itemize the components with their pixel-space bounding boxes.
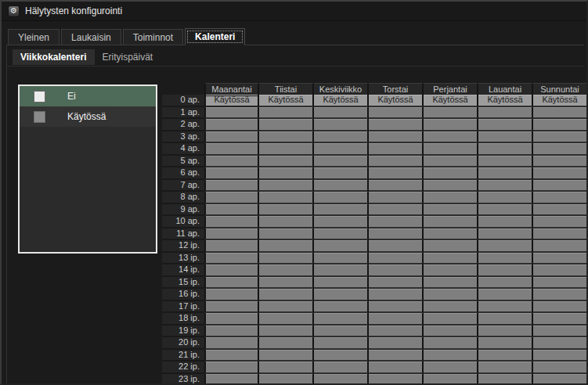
calendar-cell-lauantai-5-ap-[interactable] — [478, 156, 533, 168]
calendar-cell-maanantai-20-ip-[interactable] — [204, 337, 259, 350]
calendar-cell-keskiviikko-13-ip-[interactable] — [314, 253, 369, 265]
calendar-cell-maanantai-0-ap-[interactable]: Käytössä — [204, 95, 259, 107]
calendar-cell-torstai-3-ap-[interactable] — [369, 131, 424, 144]
calendar-cell-perjantai-22-ip-[interactable] — [424, 362, 478, 374]
calendar-cell-keskiviikko-22-ip-[interactable] — [314, 362, 369, 374]
calendar-cell-keskiviikko-6-ap-[interactable] — [314, 167, 369, 180]
calendar-cell-perjantai-3-ap-[interactable] — [424, 131, 478, 144]
calendar-cell-sunnuntai-15-ip-[interactable] — [533, 277, 588, 290]
calendar-cell-torstai-16-ip-[interactable] — [369, 289, 424, 301]
calendar-cell-tiistai-20-ip-[interactable] — [259, 337, 314, 350]
calendar-cell-torstai-22-ip-[interactable] — [369, 362, 424, 374]
calendar-cell-tiistai-23-ip-[interactable] — [259, 374, 314, 385]
calendar-cell-lauantai-22-ip-[interactable] — [478, 362, 533, 374]
calendar-cell-torstai-0-ap-[interactable]: Käytössä — [369, 95, 424, 107]
calendar-cell-tiistai-0-ap-[interactable]: Käytössä — [259, 95, 314, 107]
calendar-cell-tiistai-19-ip-[interactable] — [259, 326, 314, 338]
calendar-cell-maanantai-18-ip-[interactable] — [204, 313, 259, 326]
calendar-cell-perjantai-2-ap-[interactable] — [424, 119, 478, 131]
calendar-cell-keskiviikko-15-ip-[interactable] — [314, 277, 369, 290]
calendar-cell-maanantai-12-ip-[interactable] — [204, 240, 259, 253]
calendar-cell-perjantai-11-ap-[interactable] — [424, 228, 478, 241]
calendar-cell-perjantai-18-ip-[interactable] — [424, 313, 478, 326]
tab-laukaisin[interactable]: Laukaisin — [61, 29, 121, 45]
calendar-cell-keskiviikko-2-ap-[interactable] — [314, 119, 369, 131]
calendar-cell-perjantai-0-ap-[interactable]: Käytössä — [424, 95, 478, 107]
calendar-cell-maanantai-11-ap-[interactable] — [204, 228, 259, 241]
calendar-cell-sunnuntai-2-ap-[interactable] — [533, 119, 588, 131]
tab-kalenteri[interactable]: Kalenteri — [185, 28, 245, 45]
calendar-cell-keskiviikko-12-ip-[interactable] — [314, 240, 369, 253]
calendar-cell-keskiviikko-10-ap-[interactable] — [314, 216, 369, 228]
calendar-cell-keskiviikko-1-ap-[interactable] — [314, 107, 369, 120]
calendar-cell-lauantai-14-ip-[interactable] — [478, 264, 533, 277]
calendar-cell-tiistai-14-ip-[interactable] — [259, 264, 314, 277]
calendar-cell-maanantai-7-ap-[interactable] — [204, 180, 259, 192]
calendar-cell-maanantai-14-ip-[interactable] — [204, 264, 259, 277]
calendar-cell-maanantai-2-ap-[interactable] — [204, 119, 259, 131]
calendar-cell-perjantai-16-ip-[interactable] — [424, 289, 478, 301]
calendar-cell-lauantai-18-ip-[interactable] — [478, 313, 533, 326]
calendar-cell-keskiviikko-18-ip-[interactable] — [314, 313, 369, 326]
tab-yleinen[interactable]: Yleinen — [8, 29, 60, 45]
calendar-cell-perjantai-7-ap-[interactable] — [424, 180, 478, 192]
calendar-cell-sunnuntai-20-ip-[interactable] — [533, 337, 588, 350]
calendar-cell-tiistai-18-ip-[interactable] — [259, 313, 314, 326]
calendar-cell-sunnuntai-0-ap-[interactable]: Käytössä — [533, 95, 588, 107]
calendar-cell-lauantai-0-ap-[interactable]: Käytössä — [478, 95, 533, 107]
calendar-cell-perjantai-17-ip-[interactable] — [424, 301, 478, 314]
calendar-cell-perjantai-9-ap-[interactable] — [424, 204, 478, 217]
calendar-cell-sunnuntai-5-ap-[interactable] — [533, 156, 588, 168]
calendar-cell-maanantai-8-ap-[interactable] — [204, 192, 259, 204]
subtab-viikkokalenteri[interactable]: Viikkokalenteri — [13, 49, 95, 65]
calendar-cell-keskiviikko-3-ap-[interactable] — [314, 131, 369, 144]
calendar-cell-sunnuntai-6-ap-[interactable] — [533, 167, 588, 180]
calendar-cell-sunnuntai-23-ip-[interactable] — [533, 374, 588, 385]
calendar-cell-lauantai-11-ap-[interactable] — [478, 228, 533, 241]
calendar-cell-sunnuntai-17-ip-[interactable] — [533, 301, 588, 314]
calendar-cell-perjantai-5-ap-[interactable] — [424, 156, 478, 168]
calendar-cell-tiistai-8-ap-[interactable] — [259, 192, 314, 204]
calendar-cell-perjantai-19-ip-[interactable] — [424, 326, 478, 338]
calendar-cell-keskiviikko-14-ip-[interactable] — [314, 264, 369, 277]
title-bar[interactable]: ⚙ Hälytysten konfigurointi — [2, 2, 586, 21]
calendar-cell-perjantai-10-ap-[interactable] — [424, 216, 478, 228]
calendar-cell-torstai-9-ap-[interactable] — [369, 204, 424, 217]
calendar-cell-torstai-19-ip-[interactable] — [369, 326, 424, 338]
calendar-cell-maanantai-9-ap-[interactable] — [204, 204, 259, 217]
calendar-cell-keskiviikko-7-ap-[interactable] — [314, 180, 369, 192]
calendar-cell-tiistai-5-ap-[interactable] — [259, 156, 314, 168]
calendar-cell-sunnuntai-21-ip-[interactable] — [533, 350, 588, 362]
calendar-cell-sunnuntai-9-ap-[interactable] — [533, 204, 588, 217]
calendar-cell-perjantai-21-ip-[interactable] — [424, 350, 478, 362]
calendar-cell-tiistai-12-ip-[interactable] — [259, 240, 314, 253]
calendar-cell-torstai-10-ap-[interactable] — [369, 216, 424, 228]
calendar-cell-torstai-15-ip-[interactable] — [369, 277, 424, 290]
calendar-cell-lauantai-17-ip-[interactable] — [478, 301, 533, 314]
calendar-cell-tiistai-3-ap-[interactable] — [259, 131, 314, 144]
calendar-cell-maanantai-15-ip-[interactable] — [204, 277, 259, 290]
calendar-cell-tiistai-6-ap-[interactable] — [259, 167, 314, 180]
calendar-cell-lauantai-9-ap-[interactable] — [478, 204, 533, 217]
calendar-cell-keskiviikko-19-ip-[interactable] — [314, 326, 369, 338]
legend-item-k-yt-ss-[interactable]: Käytössä — [20, 106, 156, 127]
calendar-cell-maanantai-5-ap-[interactable] — [204, 156, 259, 168]
calendar-cell-torstai-5-ap-[interactable] — [369, 156, 424, 168]
calendar-cell-lauantai-20-ip-[interactable] — [478, 337, 533, 350]
calendar-cell-keskiviikko-5-ap-[interactable] — [314, 156, 369, 168]
calendar-cell-sunnuntai-10-ap-[interactable] — [533, 216, 588, 228]
calendar-cell-maanantai-16-ip-[interactable] — [204, 289, 259, 301]
subtab-erityisp-iv-t[interactable]: Erityispäivät — [95, 49, 161, 65]
calendar-cell-sunnuntai-1-ap-[interactable] — [533, 107, 588, 120]
calendar-cell-perjantai-8-ap-[interactable] — [424, 192, 478, 204]
calendar-cell-keskiviikko-23-ip-[interactable] — [314, 374, 369, 385]
calendar-cell-keskiviikko-20-ip-[interactable] — [314, 337, 369, 350]
tab-toiminnot[interactable]: Toiminnot — [123, 29, 183, 45]
calendar-cell-keskiviikko-9-ap-[interactable] — [314, 204, 369, 217]
calendar-cell-maanantai-19-ip-[interactable] — [204, 326, 259, 338]
calendar-cell-torstai-18-ip-[interactable] — [369, 313, 424, 326]
calendar-cell-lauantai-19-ip-[interactable] — [478, 326, 533, 338]
calendar-cell-tiistai-9-ap-[interactable] — [259, 204, 314, 217]
calendar-cell-perjantai-14-ip-[interactable] — [424, 264, 478, 277]
calendar-cell-sunnuntai-3-ap-[interactable] — [533, 131, 588, 144]
